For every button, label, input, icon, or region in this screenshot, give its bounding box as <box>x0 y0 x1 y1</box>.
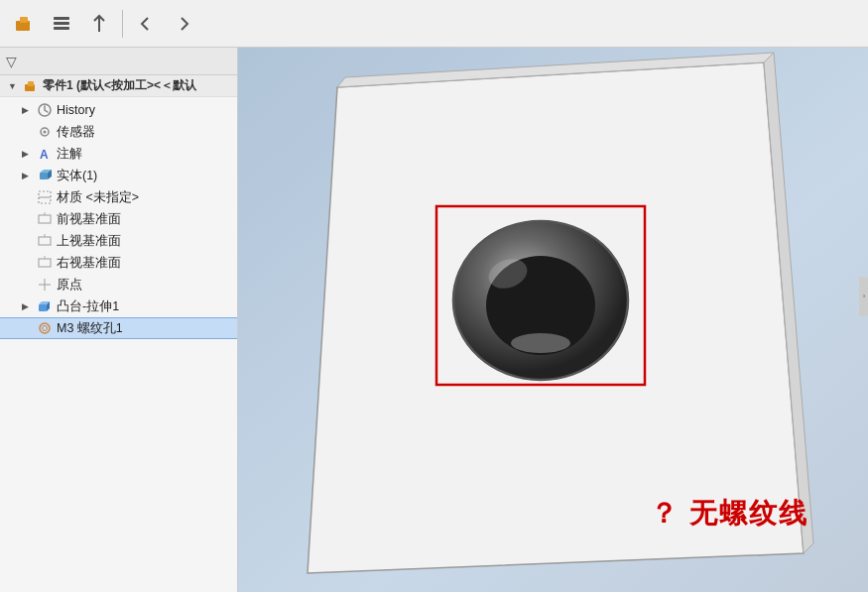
part-icon-btn[interactable] <box>6 6 42 42</box>
tree-container: ▶ History 传感器 <box>0 97 237 592</box>
svg-point-24 <box>43 326 48 331</box>
origin-label: 原点 <box>57 277 82 294</box>
toolbar <box>0 0 868 48</box>
viewport[interactable]: ？ 无螺纹线 <box>238 48 868 592</box>
tree-item-origin[interactable]: 原点 <box>0 274 237 296</box>
svg-rect-6 <box>28 81 34 86</box>
history-label: History <box>57 103 95 117</box>
solid-label: 实体(1) <box>57 168 97 184</box>
svg-rect-14 <box>39 215 51 223</box>
svg-rect-2 <box>54 17 69 20</box>
root-expand-icon: ▼ <box>8 81 22 91</box>
right-plane-icon <box>36 255 54 271</box>
solid-icon <box>36 168 54 183</box>
material-icon <box>36 189 54 205</box>
m3-hole-label: M3 螺纹孔1 <box>57 320 123 337</box>
boss-icon <box>36 298 54 314</box>
m3-hole-icon <box>36 320 54 336</box>
back-icon <box>137 15 155 33</box>
history-icon <box>36 102 54 118</box>
filter-icon: ▽ <box>6 54 17 69</box>
tree-item-annotation[interactable]: ▶ A 注解 <box>0 143 237 165</box>
tree-item-solid[interactable]: ▶ 实体(1) <box>0 165 237 186</box>
origin-icon <box>36 277 54 293</box>
sensor-label: 传感器 <box>57 124 95 141</box>
svg-text:A: A <box>40 148 49 162</box>
tree-item-material[interactable]: 材质 <未指定> <box>0 186 237 208</box>
annotation-icon: A <box>36 146 54 162</box>
rebuild-btn[interactable] <box>81 6 117 42</box>
toolbar-sep-1 <box>122 10 123 38</box>
svg-rect-4 <box>54 27 69 30</box>
list-view-btn[interactable] <box>44 6 79 42</box>
tree-item-right-plane[interactable]: 右视基准面 <box>0 252 237 274</box>
boss-expand: ▶ <box>22 301 36 311</box>
svg-rect-3 <box>54 22 69 25</box>
root-node[interactable]: ▼ 零件1 (默认<按加工><＜默认 <box>0 75 237 97</box>
main-area: ▽ ▼ 零件1 (默认<按加工><＜默认 ▶ <box>0 48 868 592</box>
svg-point-32 <box>511 333 570 353</box>
annotation-expand-icon: ▶ <box>22 149 36 159</box>
back-btn[interactable] <box>128 6 164 42</box>
tree-item-m3-hole[interactable]: M3 螺纹孔1 <box>0 317 237 339</box>
forward-btn[interactable] <box>166 6 201 42</box>
svg-rect-16 <box>39 237 51 245</box>
svg-rect-18 <box>39 259 51 267</box>
list-icon <box>51 13 72 35</box>
material-label: 材质 <未指定> <box>57 189 139 206</box>
top-plane-icon <box>36 233 54 249</box>
right-plane-label: 右视基准面 <box>57 255 121 272</box>
forward-icon <box>175 15 192 33</box>
annotation-label: 注解 <box>57 146 82 163</box>
top-plane-label: 上视基准面 <box>57 233 121 250</box>
tree-item-front-plane[interactable]: 前视基准面 <box>0 208 237 230</box>
root-node-label: 零件1 (默认<按加工><＜默认 <box>43 77 196 94</box>
sensor-icon <box>36 124 54 140</box>
svg-point-23 <box>40 323 50 333</box>
svg-rect-1 <box>20 17 28 23</box>
filter-bar: ▽ <box>0 48 237 75</box>
front-plane-icon <box>36 211 54 227</box>
component-icon <box>22 78 40 94</box>
svg-point-9 <box>44 131 47 134</box>
svg-rect-22 <box>39 304 47 311</box>
tree-item-top-plane[interactable]: 上视基准面 <box>0 230 237 252</box>
history-expand-icon: ▶ <box>22 105 36 115</box>
tree-item-history[interactable]: ▶ History <box>0 99 237 121</box>
left-panel: ▽ ▼ 零件1 (默认<按加工><＜默认 ▶ <box>0 48 238 592</box>
boss-extrude-label: 凸台-拉伸1 <box>57 298 119 315</box>
svg-rect-11 <box>40 173 48 179</box>
tree-item-sensor[interactable]: 传感器 <box>0 121 237 143</box>
tree-item-boss-extrude[interactable]: ▶ 凸台-拉伸1 <box>0 296 237 317</box>
front-plane-label: 前视基准面 <box>57 211 121 228</box>
rebuild-icon <box>88 13 110 35</box>
solid-expand-icon: ▶ <box>22 171 36 180</box>
annotation-text: ？ 无螺纹线 <box>650 495 808 533</box>
part-icon <box>13 13 35 35</box>
